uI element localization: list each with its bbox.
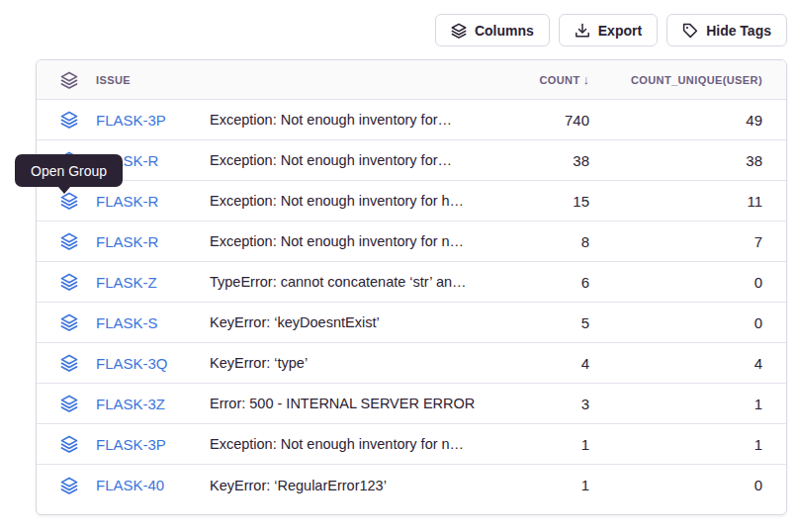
open-group-stack-icon[interactable]	[37, 192, 96, 210]
count-unique-value: 4	[589, 355, 762, 372]
count-unique-value: 0	[589, 477, 762, 493]
open-group-stack-icon[interactable]	[37, 477, 96, 494]
count-value: 4	[490, 355, 589, 372]
stack-icon	[451, 23, 467, 39]
table-header-row: ISSUE COUNT↓ COUNT_UNIQUE(USER)	[37, 60, 786, 100]
column-header-issue[interactable]: ISSUE	[96, 74, 210, 86]
column-header-count-unique-user[interactable]: COUNT_UNIQUE(USER)	[589, 74, 762, 86]
hide-tags-button[interactable]: Hide Tags	[666, 14, 787, 46]
header-stack-icon	[37, 71, 96, 89]
count-value: 15	[490, 193, 589, 210]
issue-title: KeyError: ‘RegularError123’	[210, 478, 490, 493]
open-group-tooltip-label: Open Group	[31, 163, 107, 179]
table-row: FLASK-3Q KeyError: ‘type’ 4 4	[37, 343, 786, 384]
count-unique-value: 1	[589, 436, 762, 453]
count-unique-value: 1	[589, 396, 762, 412]
table-row: FLASK-Z TypeError: cannot concatenate ‘s…	[37, 262, 786, 303]
issue-title: Exception: Not enough inventory for n…	[210, 436, 490, 452]
count-unique-value: 49	[589, 112, 762, 129]
table-row: FLASK-3Z Error: 500 - INTERNAL SERVER ER…	[37, 384, 786, 424]
issue-link[interactable]: FLASK-3P	[96, 436, 210, 453]
count-value: 3	[490, 396, 589, 412]
results-table: ISSUE COUNT↓ COUNT_UNIQUE(USER) FLASK-3P…	[36, 59, 787, 515]
columns-button-label: Columns	[475, 23, 534, 39]
export-button[interactable]: Export	[559, 14, 658, 46]
open-group-stack-icon[interactable]	[37, 111, 96, 129]
count-value: 1	[490, 477, 589, 493]
table-row: FLASK-S KeyError: ‘keyDoesntExist’ 5 0	[37, 303, 786, 343]
count-unique-value: 0	[589, 274, 762, 291]
issue-title: Exception: Not enough inventory for…	[210, 152, 490, 168]
open-group-stack-icon[interactable]	[37, 354, 96, 372]
issue-link[interactable]: FLASK-3P	[96, 112, 210, 129]
issue-title: Exception: Not enough inventory for h…	[210, 193, 490, 209]
issue-title: KeyError: ‘keyDoesntExist’	[210, 314, 490, 330]
table-row: FLASK-R Exception: Not enough inventory …	[37, 181, 786, 222]
table-row: FLASK-R Exception: Not enough inventory …	[37, 140, 786, 181]
table-row: FLASK-40 KeyError: ‘RegularError123’ 1 0	[37, 465, 786, 505]
count-value: 38	[490, 152, 589, 169]
hide-tags-button-label: Hide Tags	[706, 23, 771, 39]
issue-link[interactable]: FLASK-R	[96, 193, 210, 210]
open-group-stack-icon[interactable]	[37, 232, 96, 250]
column-header-count[interactable]: COUNT↓	[490, 72, 589, 87]
count-value: 1	[490, 436, 589, 453]
issue-link[interactable]: FLASK-3Q	[96, 355, 210, 372]
table-body: FLASK-3P Exception: Not enough inventory…	[37, 100, 786, 505]
table-toolbar: Columns Export Hide Tags	[435, 14, 787, 46]
issue-title: TypeError: cannot concatenate ‘str’ an…	[210, 274, 490, 290]
export-button-label: Export	[598, 23, 642, 39]
tag-icon	[682, 23, 698, 39]
table-row: FLASK-3P Exception: Not enough inventory…	[37, 424, 786, 465]
issue-link[interactable]: FLASK-S	[96, 314, 210, 331]
open-group-tooltip: Open Group	[15, 154, 123, 187]
open-group-stack-icon[interactable]	[37, 313, 96, 331]
download-icon	[575, 23, 590, 39]
count-unique-value: 11	[589, 193, 762, 210]
issue-title: Error: 500 - INTERNAL SERVER ERROR	[210, 396, 490, 411]
issue-link[interactable]: FLASK-Z	[96, 274, 210, 291]
issue-link[interactable]: FLASK-40	[96, 477, 210, 493]
count-unique-value: 7	[589, 233, 762, 250]
columns-button[interactable]: Columns	[435, 14, 550, 46]
count-value: 6	[490, 274, 589, 291]
count-unique-value: 0	[589, 314, 762, 331]
issue-link[interactable]: FLASK-3Z	[96, 396, 210, 412]
issue-title: Exception: Not enough inventory for n…	[210, 233, 490, 249]
count-value: 740	[490, 112, 589, 129]
issue-title: KeyError: ‘type’	[210, 355, 490, 371]
count-unique-value: 38	[589, 152, 762, 169]
table-row: FLASK-R Exception: Not enough inventory …	[37, 222, 786, 262]
issue-title: Exception: Not enough inventory for…	[210, 112, 490, 128]
open-group-stack-icon[interactable]	[37, 435, 96, 453]
table-row: FLASK-3P Exception: Not enough inventory…	[37, 100, 786, 140]
open-group-stack-icon[interactable]	[37, 395, 96, 412]
open-group-stack-icon[interactable]	[37, 273, 96, 291]
count-value: 5	[490, 314, 589, 331]
issue-link[interactable]: FLASK-R	[96, 233, 210, 250]
count-value: 8	[490, 233, 589, 250]
